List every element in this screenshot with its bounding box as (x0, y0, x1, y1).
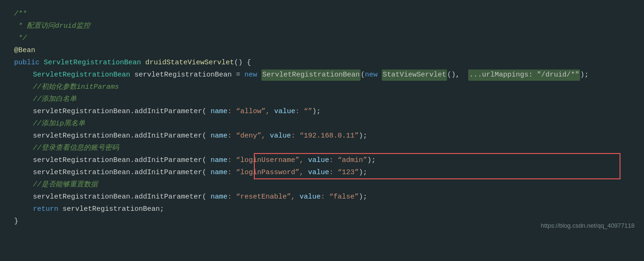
annotation-bean: @Bean (14, 45, 35, 56)
param-name-allow: name (211, 106, 228, 117)
string-123: : “123” (329, 167, 359, 178)
string-ip: : “192.168.0.11” (291, 130, 359, 142)
keyword-public: public (14, 57, 44, 69)
code-line-2: * 配置访问druid监控 (14, 21, 630, 33)
code-line-14: servletRegistrationBean.addInitParameter… (14, 167, 630, 179)
string-empty: : “” (295, 106, 312, 117)
comment-init: //初始化参数initParams (33, 82, 119, 93)
method-call-5: .addInitParameter( (130, 192, 211, 203)
comment-login: //登录查看信息的账号密码 (33, 143, 119, 154)
keyword-return: return (33, 204, 63, 215)
code-line-7: //初始化参数initParams (14, 82, 630, 94)
param-value-label-2: value (270, 130, 291, 142)
var-assign: servletRegistrationBean = (134, 69, 244, 81)
bean-ref-4: servletRegistrationBean (33, 167, 130, 178)
comment-zh-1: * 配置访问druid监控 (14, 21, 90, 32)
string-admin: : “admin” (329, 155, 367, 166)
param-value-label-5: value (299, 192, 321, 203)
string-deny: : “deny”, (228, 130, 270, 142)
semi-3: ); (367, 155, 376, 166)
method-call-1: .addInitParameter( (130, 106, 211, 117)
string-username-key: : “loginUsername”, (228, 155, 308, 166)
comment-start: /** (14, 8, 27, 20)
param-value-label-1: value (274, 106, 295, 117)
string-password-key: : “loginPassword”, (228, 167, 308, 178)
bean-ref-2: servletRegistrationBean (33, 130, 130, 142)
class-ref-2: StatViewServlet (382, 69, 447, 81)
param-value-label-4: value (308, 167, 329, 178)
return-var: servletRegistrationBean (63, 204, 160, 215)
comment-whitelist: //添加白名单 (33, 94, 77, 105)
paren-args: (), (447, 69, 468, 81)
closing-brace: } (14, 216, 18, 227)
code-line-13: servletRegistrationBean.addInitParameter… (14, 155, 630, 167)
param-name-password: name (211, 167, 228, 178)
param-value-label-3: value (308, 155, 329, 166)
method-paren: () { (234, 57, 251, 69)
method-call-2: .addInitParameter( (130, 130, 211, 142)
string-false: : “false” (321, 192, 359, 203)
code-line-18: } (14, 216, 630, 228)
code-line-1: /** (14, 8, 630, 21)
code-line-3: */ (14, 33, 630, 45)
class-ref-1: ServletRegistrationBean (261, 69, 361, 81)
bean-ref-1: servletRegistrationBean (33, 106, 130, 117)
code-editor: /** * 配置访问druid监控 */ @Bean public Servle… (0, 0, 644, 237)
code-line-12: //登录查看信息的账号密码 (14, 143, 630, 155)
code-line-15: //是否能够重置数据 (14, 179, 630, 192)
var-type: ServletRegistrationBean (33, 69, 134, 81)
bean-ref-5: servletRegistrationBean (33, 192, 130, 203)
bean-ref-3: servletRegistrationBean (33, 155, 130, 166)
string-reset-key: : “resetEnable”, (228, 192, 299, 203)
keyword-new-1: new (244, 69, 261, 81)
comment-end: */ (14, 33, 27, 44)
url-mappings: ...urlMappings: "/druid/*" (468, 69, 580, 81)
param-name-deny: name (211, 130, 228, 142)
comment-blacklist: //添加ip黑名单 (33, 118, 85, 130)
code-line-9: servletRegistrationBean.addInitParameter… (14, 106, 630, 118)
paren-open: ( (361, 69, 365, 81)
semi-4: ); (359, 167, 367, 178)
code-line-11: servletRegistrationBean.addInitParameter… (14, 130, 630, 143)
code-line-10: //添加ip黑名单 (14, 118, 630, 130)
method-call-4: .addInitParameter( (130, 167, 211, 178)
watermark: https://blog.csdn.net/qq_40977118 (541, 221, 635, 231)
code-line-8: //添加白名单 (14, 94, 630, 106)
code-line-4: @Bean (14, 45, 630, 57)
code-line-16: servletRegistrationBean.addInitParameter… (14, 192, 630, 204)
type-servlet: ServletRegistrationBean (44, 57, 145, 69)
code-line-5: public ServletRegistrationBean druidStat… (14, 57, 630, 69)
param-name-username: name (211, 155, 228, 166)
semicolon-1: ); (580, 69, 589, 81)
semi-return: ; (160, 204, 164, 215)
method-call-3: .addInitParameter( (130, 155, 211, 166)
comment-reset: //是否能够重置数据 (33, 179, 98, 191)
method-name: druidStateViewServlet (145, 57, 234, 69)
code-line-17: return servletRegistrationBean; (14, 204, 630, 216)
semi-1: ); (312, 106, 321, 117)
code-line-6: ServletRegistrationBean servletRegistrat… (14, 69, 630, 82)
param-name-reset: name (211, 192, 228, 203)
string-allow: : “allow”, (228, 106, 274, 117)
semi-2: ); (359, 130, 367, 142)
keyword-new-2: new (365, 69, 382, 81)
semi-5: ); (359, 192, 367, 203)
